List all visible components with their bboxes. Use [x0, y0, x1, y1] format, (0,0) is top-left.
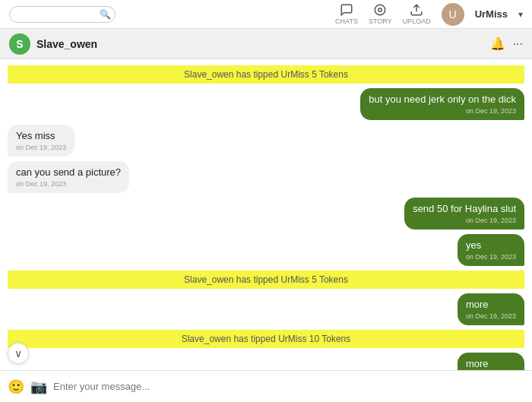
scroll-down-button[interactable]: ∨ — [8, 343, 29, 364]
sent-message: moreon Dec 13, 2023 — [458, 353, 524, 370]
tip-notification: Slave_owen has tipped UrMiss 5 Tokens — [8, 65, 524, 84]
bell-icon[interactable]: 🔔 — [490, 36, 505, 51]
top-nav: 🔍 CHATS STORY UPLOAD U UrMiss ▾ — [0, 0, 532, 29]
sent-message: yeson Dec 19, 2023 — [458, 234, 524, 266]
message-time: on Dec 19, 2023 — [413, 217, 516, 224]
contact-avatar-initial: S — [16, 38, 23, 50]
sent-message: send 50 for Haylina sluton Dec 19, 2023 — [404, 198, 524, 229]
sent-message: but you need jerk only on the dickon Dec… — [360, 88, 524, 120]
svg-point-0 — [375, 5, 386, 15]
message-text: send 50 for Haylina slut — [413, 203, 516, 214]
message-time: on Dec 19, 2023 — [466, 312, 516, 320]
upload-label: UPLOAD — [403, 17, 431, 25]
message-text: more — [466, 299, 516, 310]
upload-icon — [410, 3, 423, 17]
chevron-down-icon[interactable]: ▾ — [518, 9, 523, 20]
message-time: on Dec 19, 2023 — [369, 107, 516, 115]
avatar-initial: U — [449, 8, 457, 21]
chat-header-left: S Slave_owen — [9, 33, 97, 55]
search-input[interactable] — [16, 9, 100, 20]
chat-icon — [340, 3, 353, 17]
contact-username: Slave_owen — [36, 38, 97, 50]
svg-point-1 — [378, 8, 382, 12]
top-nav-right: CHATS STORY UPLOAD U UrMiss ▾ — [335, 3, 523, 26]
emoji-icon[interactable]: 🙂 — [8, 378, 24, 395]
search-bar[interactable]: 🔍 — [9, 6, 116, 23]
message-input[interactable] — [53, 381, 524, 392]
camera-icon[interactable]: 📷 — [30, 378, 47, 395]
message-time: on Dec 19, 2023 — [466, 253, 516, 261]
chats-label: CHATS — [335, 17, 358, 25]
received-message: can you send a picture?on Dec 19, 2023 — [8, 161, 129, 193]
chat-area: Slave_owen has tipped UrMiss 5 Tokensbut… — [0, 59, 532, 370]
chat-input-bar: 🙂 📷 — [0, 370, 532, 402]
message-text: more — [466, 358, 516, 369]
chat-header-right: 🔔 ··· — [490, 36, 523, 51]
message-text: but you need jerk only on the dick — [369, 93, 516, 105]
contact-avatar: S — [9, 33, 30, 55]
story-icon — [373, 3, 387, 17]
message-text: can you send a picture? — [16, 166, 121, 178]
message-time: on Dec 19, 2023 — [16, 144, 66, 151]
story-nav-item[interactable]: STORY — [369, 3, 392, 25]
message-text: yes — [466, 239, 516, 251]
message-text: Yes miss — [16, 130, 66, 141]
chevron-down-icon: ∨ — [14, 347, 22, 359]
sent-message: moreon Dec 19, 2023 — [458, 293, 524, 325]
more-options-icon[interactable]: ··· — [513, 37, 523, 51]
upload-nav-item[interactable]: UPLOAD — [403, 3, 431, 25]
story-label: STORY — [369, 17, 392, 25]
received-message: Yes misson Dec 19, 2023 — [8, 125, 74, 157]
avatar[interactable]: U — [442, 3, 464, 26]
tip-notification: Slave_owen has tipped UrMiss 5 Tokens — [8, 271, 524, 289]
tip-notification: Slave_owen has tipped UrMiss 10 Tokens — [8, 330, 524, 348]
chats-nav-item[interactable]: CHATS — [335, 3, 358, 25]
search-icon: 🔍 — [100, 9, 111, 20]
message-time: on Dec 19, 2023 — [16, 180, 121, 188]
top-nav-left: 🔍 — [9, 6, 116, 23]
username-display: UrMiss — [475, 8, 508, 20]
chat-header: S Slave_owen 🔔 ··· — [0, 29, 532, 59]
